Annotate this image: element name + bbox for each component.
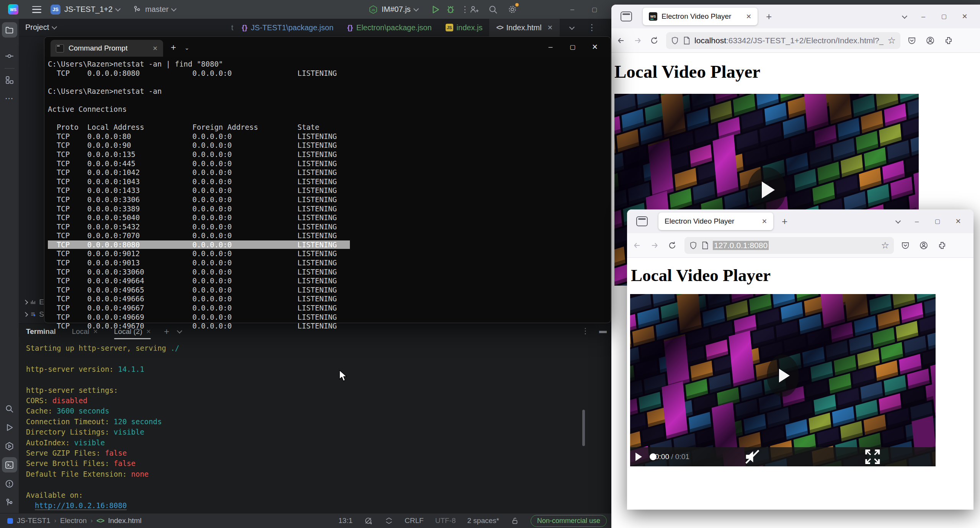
- menu-icon[interactable]: [959, 33, 975, 48]
- shield-icon[interactable]: [671, 36, 679, 45]
- cmd-close-button[interactable]: ✕: [584, 43, 606, 51]
- ide-minimize-button[interactable]: –: [561, 0, 583, 19]
- code-vision-icon[interactable]: [385, 517, 393, 525]
- tab-index-js[interactable]: JS index.js: [439, 19, 490, 36]
- breadcrumb-folder[interactable]: Electron: [60, 517, 87, 525]
- project-icon[interactable]: JS: [51, 5, 60, 15]
- fullscreen-button[interactable]: [815, 447, 930, 466]
- code-with-me-button[interactable]: [469, 5, 479, 15]
- cmd-tab[interactable]: Command Prompt ✕: [51, 40, 163, 57]
- back-button[interactable]: [614, 33, 628, 48]
- tab-list-chevron[interactable]: [560, 19, 581, 36]
- back-button[interactable]: [629, 238, 645, 253]
- tree-item-scratches[interactable]: S: [19, 308, 44, 320]
- inspections-widget-icon[interactable]: [364, 516, 373, 525]
- stripe-commit-button[interactable]: [2, 48, 17, 64]
- run-button[interactable]: [430, 5, 440, 15]
- bookmark-star-icon[interactable]: ☆: [887, 35, 896, 46]
- lock-icon[interactable]: [511, 517, 519, 525]
- extensions-icon[interactable]: [941, 33, 956, 48]
- window-close-button[interactable]: ✕: [950, 214, 967, 229]
- forward-button[interactable]: [647, 238, 662, 253]
- new-tab-button[interactable]: +: [782, 216, 787, 227]
- close-tab-icon[interactable]: ✕: [547, 24, 553, 32]
- window-maximize-button[interactable]: ▢: [929, 214, 946, 229]
- main-menu-icon[interactable]: [32, 6, 41, 13]
- new-tab-button[interactable]: +: [171, 42, 176, 53]
- stripe-search-button[interactable]: [2, 401, 17, 416]
- license-badge[interactable]: Non-commercial use: [531, 515, 607, 527]
- pocket-icon[interactable]: [898, 238, 913, 253]
- tab-index-html[interactable]: <> Index.html ✕: [489, 19, 560, 36]
- window-minimize-button[interactable]: –: [915, 9, 932, 24]
- tab-dropdown-chevron[interactable]: ⌄: [185, 44, 189, 51]
- tab-list-chevron[interactable]: [888, 214, 905, 229]
- tab-package-json-1[interactable]: {} JS-TEST1\package.json: [235, 19, 340, 36]
- more-actions-button[interactable]: ⋮: [461, 5, 470, 15]
- stripe-vcs-button[interactable]: [2, 495, 17, 510]
- pocket-icon[interactable]: [904, 33, 920, 48]
- run-config-selector[interactable]: JS IM#07.js: [369, 5, 418, 14]
- menu-icon[interactable]: [953, 238, 968, 253]
- close-tab-icon[interactable]: ✕: [153, 45, 158, 52]
- seek-handle[interactable]: [650, 453, 657, 460]
- page-info-icon[interactable]: [701, 241, 709, 250]
- cmd-minimize-button[interactable]: –: [539, 43, 562, 51]
- muted-volume-button[interactable]: [695, 447, 810, 466]
- cmd-titlebar[interactable]: Command Prompt ✕ + ⌄ – ▢ ✕: [44, 37, 611, 57]
- shield-icon[interactable]: [689, 241, 697, 250]
- clipped-tab[interactable]: t: [230, 19, 235, 36]
- stripe-structure-button[interactable]: [2, 72, 17, 87]
- stripe-services-button[interactable]: [2, 438, 17, 454]
- window-maximize-button[interactable]: ▢: [936, 9, 952, 24]
- tab-list-chevron[interactable]: [894, 9, 911, 24]
- debug-button[interactable]: [446, 5, 456, 15]
- firefox-view-icon[interactable]: [636, 216, 648, 226]
- tree-item-external-libraries[interactable]: E: [19, 296, 44, 308]
- window-close-button[interactable]: ✕: [956, 9, 973, 24]
- caret-position-widget[interactable]: 13:1: [338, 517, 353, 525]
- play-button[interactable]: [635, 453, 642, 461]
- window-minimize-button[interactable]: –: [908, 214, 925, 229]
- project-selector[interactable]: JS-TEST_1+2: [60, 5, 120, 14]
- breadcrumb-project[interactable]: JS-TEST1: [17, 517, 51, 525]
- stripe-more-button[interactable]: ⋯: [2, 91, 17, 106]
- breadcrumb-file[interactable]: Index.html: [108, 517, 142, 525]
- search-everywhere-button[interactable]: [488, 5, 498, 15]
- stripe-run-button[interactable]: [2, 420, 17, 435]
- stripe-project-button[interactable]: [2, 22, 17, 38]
- indent-widget[interactable]: 2 spaces*: [467, 517, 499, 525]
- browser-tab[interactable]: WS Electron Video Player ✕: [643, 8, 758, 25]
- bookmark-star-icon[interactable]: ☆: [881, 240, 889, 251]
- url-bar[interactable]: localhost:63342/JS-TEST_1+2/Electron/Ind…: [666, 32, 900, 49]
- firefox-view-icon[interactable]: [621, 11, 632, 21]
- stripe-terminal-button[interactable]: [2, 457, 17, 472]
- vcs-branch-selector[interactable]: master: [133, 5, 176, 14]
- reload-button[interactable]: [647, 33, 662, 48]
- video-play-overlay[interactable]: [767, 355, 799, 397]
- url-bar[interactable]: 127.0.0.1:8080 ☆: [684, 237, 894, 254]
- reload-button[interactable]: [665, 238, 680, 253]
- tab-package-json-2[interactable]: {} Electron\package.json: [340, 19, 439, 36]
- tab-options-kebab[interactable]: ⋮: [581, 19, 603, 36]
- account-icon[interactable]: [923, 33, 938, 48]
- stripe-problems-button[interactable]: [2, 476, 17, 491]
- extensions-icon[interactable]: [934, 238, 950, 253]
- close-tab-icon[interactable]: ✕: [746, 13, 751, 21]
- line-ending-widget[interactable]: CRLF: [405, 517, 424, 525]
- terminal-scrollbar[interactable]: [582, 410, 585, 446]
- browser-tab[interactable]: Electron Video Player ✕: [658, 213, 773, 230]
- cmd-maximize-button[interactable]: ▢: [562, 43, 584, 51]
- terminal-link[interactable]: http://10.0.2.16:8080: [35, 501, 127, 510]
- page-info-icon[interactable]: [683, 36, 691, 45]
- close-tab-icon[interactable]: ✕: [762, 217, 767, 226]
- settings-button[interactable]: [507, 4, 518, 15]
- new-tab-button[interactable]: +: [766, 11, 772, 23]
- account-icon[interactable]: [916, 238, 931, 253]
- encoding-widget[interactable]: UTF-8: [435, 517, 456, 525]
- ide-maximize-button[interactable]: ▢: [583, 0, 606, 19]
- video-player[interactable]: 0:00 / 0:01: [630, 294, 936, 466]
- project-panel-header[interactable]: Project: [19, 19, 230, 36]
- forward-button[interactable]: [630, 33, 645, 48]
- video-play-overlay[interactable]: [748, 167, 786, 213]
